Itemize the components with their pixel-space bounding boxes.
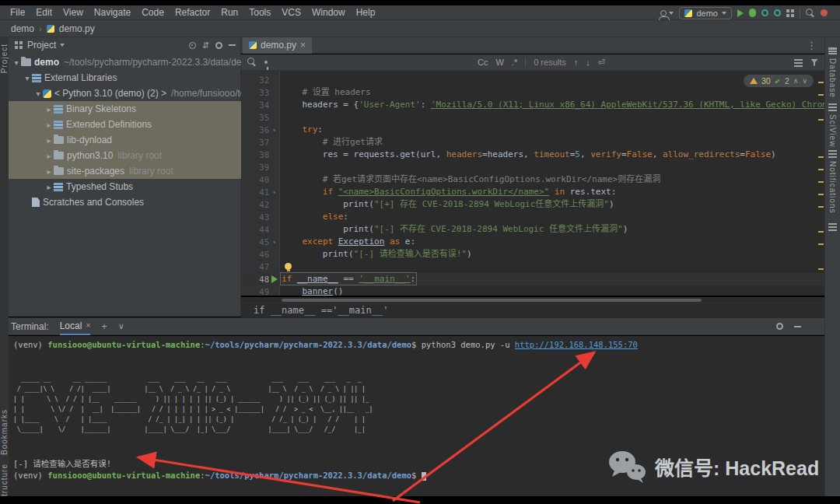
code-line: 49banner() xyxy=(241,285,824,296)
coverage-button[interactable] xyxy=(761,9,768,16)
find-options-icon[interactable] xyxy=(794,58,803,67)
code-line: 47 xyxy=(241,261,824,273)
menu-file[interactable]: File xyxy=(5,5,30,20)
tree-item[interactable]: ▸Extended Definitions xyxy=(9,117,241,132)
menu-items: FileEditViewNavigateCodeRefactorRunTools… xyxy=(5,5,380,20)
tree-item[interactable]: Scratches and Consoles xyxy=(9,194,241,210)
hide-panel-icon[interactable] xyxy=(229,44,236,46)
services-grid-icon[interactable] xyxy=(786,9,794,17)
toggle-match-case[interactable]: Cc xyxy=(478,58,488,67)
menu-view[interactable]: View xyxy=(58,5,89,20)
tree-item[interactable]: ▸python3.10library root xyxy=(9,148,241,163)
left-tool-stripe: Project Bookmarks Structure xyxy=(0,37,9,496)
record-icon[interactable] xyxy=(821,9,828,16)
toggle-regex[interactable]: .* xyxy=(512,58,517,67)
more-options-icon[interactable]: ⋮ xyxy=(807,40,817,51)
menu-edit[interactable]: Edit xyxy=(30,5,58,20)
menubar-toolbar: demo xyxy=(654,5,828,20)
lib-icon xyxy=(32,74,41,82)
search-everywhere-icon[interactable] xyxy=(806,9,815,18)
terminal-output[interactable]: (venv) funsiooo@ubuntu-virtual-machine:~… xyxy=(9,336,824,496)
database-icon[interactable] xyxy=(828,47,837,55)
lib-icon xyxy=(54,121,63,129)
editor-tabs: demo.py × ⋮ xyxy=(241,37,824,54)
menu-refactor[interactable]: Refactor xyxy=(170,5,215,20)
stripe-label-sciview[interactable]: SciView xyxy=(828,114,837,147)
folder-icon xyxy=(54,167,64,175)
code-line: 35 xyxy=(241,111,824,124)
code-line: 33# 设置 headers xyxy=(241,86,824,99)
scrollbar-marks[interactable] xyxy=(817,71,824,296)
terminal-dropdown-icon[interactable]: ∨ xyxy=(118,321,124,331)
tree-item[interactable]: ▸Binary Skeletons xyxy=(9,101,241,117)
run-config-chip[interactable]: demo xyxy=(679,7,732,19)
menu-run[interactable]: Run xyxy=(215,5,243,20)
prev-issue-icon[interactable]: ∧ xyxy=(793,77,799,85)
intention-bulb-icon[interactable] xyxy=(285,263,292,270)
debug-button[interactable] xyxy=(749,9,756,17)
screen: FileEditViewNavigateCodeRefactorRunTools… xyxy=(0,0,840,504)
terminal-tab-label: Local xyxy=(60,320,82,331)
find-next-icon[interactable]: ↓ xyxy=(586,58,590,67)
tree-item[interactable]: ▾External Libraries xyxy=(9,70,241,86)
breadcrumb[interactable]: demo › demo.py xyxy=(11,23,95,34)
code-line: 38res = requests.get(url, headers=header… xyxy=(241,149,824,161)
stripe-label-bookmarks[interactable]: Bookmarks xyxy=(0,409,9,455)
chevron-down-icon[interactable] xyxy=(60,44,65,47)
notifications-icon[interactable] xyxy=(828,149,837,158)
terminal-tab-close-icon[interactable]: × xyxy=(86,321,90,330)
toggle-words[interactable]: W xyxy=(495,58,503,67)
next-issue-icon[interactable]: ∨ xyxy=(802,77,807,85)
python-file-icon xyxy=(684,9,692,17)
project-title[interactable]: Project xyxy=(27,40,56,51)
menu-navigate[interactable]: Navigate xyxy=(89,5,136,20)
inspection-widget[interactable]: 30 ✔ 2 ∧ ∨ xyxy=(744,75,814,87)
filter-icon[interactable] xyxy=(810,59,818,66)
python-icon xyxy=(43,89,51,98)
menu-code[interactable]: Code xyxy=(136,5,170,20)
terminal-title[interactable]: Terminal: xyxy=(11,321,49,332)
stripe-label-project[interactable]: Project xyxy=(0,44,9,73)
settings-gear-icon[interactable] xyxy=(215,42,222,49)
run-config-name: demo xyxy=(696,9,718,18)
run-button[interactable] xyxy=(737,9,744,17)
tree-item[interactable]: ▾demo~/tools/pycharm/pycharm-2022.3.3/da… xyxy=(9,54,241,70)
share-icon[interactable] xyxy=(660,10,674,16)
tab-close-icon[interactable]: × xyxy=(300,40,306,51)
code-line: 40# 若get请求页面中存在<name>BasicConfigOptions.… xyxy=(241,173,824,186)
tree-item[interactable]: ▾< Python 3.10 (demo) (2) >/home/funsioo… xyxy=(9,86,241,101)
find-enter-icon[interactable]: ⏎ xyxy=(598,58,605,68)
menu-help[interactable]: Help xyxy=(351,5,381,20)
stripe-label-notifications[interactable]: Notifications xyxy=(828,161,837,213)
menu-vcs[interactable]: VCS xyxy=(276,5,306,20)
profiler-button[interactable] xyxy=(774,9,781,16)
tool-bars-icon[interactable] xyxy=(828,222,837,231)
find-prev-icon[interactable]: ↑ xyxy=(574,58,579,67)
breadcrumb-project[interactable]: demo xyxy=(11,23,34,34)
menu-tools[interactable]: Tools xyxy=(243,5,276,20)
navigation-bar: demo › demo.py xyxy=(0,20,840,37)
new-session-icon[interactable]: + xyxy=(101,320,107,332)
tree-item[interactable]: ▸lib-dynload xyxy=(9,132,241,148)
ok-count: 2 xyxy=(785,76,789,86)
stripe-label-database[interactable]: Database xyxy=(828,58,837,98)
run-line-icon[interactable] xyxy=(271,275,278,283)
menu-window[interactable]: Window xyxy=(306,5,351,20)
locate-icon[interactable] xyxy=(189,42,196,49)
minimize-icon[interactable] xyxy=(794,326,801,327)
tree-item[interactable]: ▸site-packageslibrary root xyxy=(9,163,241,179)
code-line: 43else: xyxy=(241,211,824,223)
scrollbar-thumb[interactable] xyxy=(282,299,702,302)
breadcrumb-file[interactable]: demo.py xyxy=(59,23,95,34)
terminal-tab-local[interactable]: Local × xyxy=(60,320,91,333)
collapse-all-icon[interactable]: ⇵ xyxy=(202,40,209,51)
editor[interactable]: 3233# 设置 headers34headers = {'User-Agent… xyxy=(241,71,824,296)
find-results-count: 0 results xyxy=(534,58,566,67)
editor-breadcrumbs[interactable]: if __name__ =='__main__' xyxy=(241,303,824,318)
project-panel-header: Project ⇵ xyxy=(9,37,240,54)
sciview-icon[interactable] xyxy=(828,103,837,111)
tree-item[interactable]: ▸Typeshed Stubs xyxy=(9,179,241,194)
editor-tab-demo[interactable]: demo.py × xyxy=(243,37,312,54)
pin-icon[interactable] xyxy=(264,61,268,64)
terminal-settings-icon[interactable] xyxy=(776,323,783,330)
